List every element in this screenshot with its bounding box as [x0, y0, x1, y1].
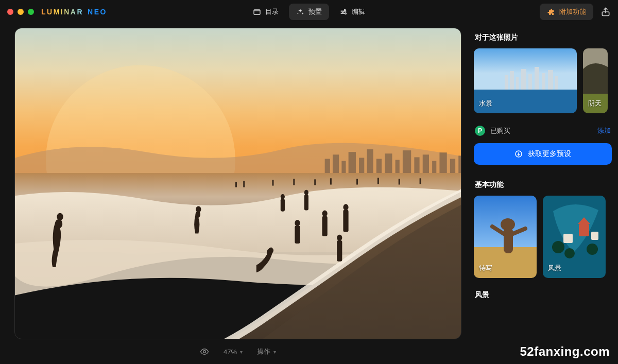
svg-point-1 — [344, 9, 346, 11]
download-icon — [514, 150, 523, 158]
preset-thumb-water[interactable]: 水景 — [474, 48, 577, 113]
svg-point-25 — [196, 206, 201, 212]
svg-rect-9 — [341, 161, 346, 174]
sparkle-icon — [296, 8, 304, 16]
app-logo-main: LUMINAR — [41, 8, 83, 16]
preset-thumb-cloudy[interactable]: 阴天 — [583, 48, 608, 113]
add-link[interactable]: 添加 — [597, 126, 611, 135]
svg-rect-57 — [542, 73, 545, 90]
svg-rect-43 — [330, 178, 332, 184]
puzzle-icon — [547, 8, 555, 16]
cta-label: 获取更多预设 — [528, 149, 571, 159]
window-controls — [7, 9, 34, 15]
svg-rect-55 — [528, 74, 532, 90]
svg-point-30 — [295, 220, 300, 226]
svg-rect-20 — [439, 152, 447, 174]
svg-point-26 — [281, 194, 285, 199]
svg-rect-31 — [295, 226, 300, 244]
svg-point-24 — [57, 213, 63, 220]
addons-label: 附加功能 — [559, 7, 586, 16]
svg-rect-33 — [322, 216, 328, 236]
svg-point-32 — [322, 211, 328, 217]
fullscreen-window-button[interactable] — [28, 9, 34, 15]
svg-rect-66 — [504, 228, 513, 253]
basic-thumbs: 特写 风景 — [474, 196, 612, 278]
visibility-toggle[interactable] — [200, 347, 209, 356]
svg-point-2 — [342, 11, 344, 13]
svg-rect-71 — [591, 232, 598, 240]
preset-thumb-label: 特写 — [479, 264, 492, 273]
main-area: 47% ▾ 操作 ▾ 对于这张照片 水景 阴天 — [0, 24, 618, 364]
svg-rect-12 — [367, 149, 373, 174]
svg-rect-56 — [535, 67, 539, 90]
nav-presets-label: 预置 — [308, 7, 322, 16]
preset-thumb-landscape[interactable]: 风景 — [543, 196, 606, 278]
preset-thumb-closeup[interactable]: 特写 — [474, 196, 537, 278]
svg-rect-40 — [272, 180, 273, 185]
photo-canvas[interactable] — [14, 28, 461, 339]
svg-point-48 — [203, 351, 206, 353]
minimize-window-button[interactable] — [18, 9, 24, 15]
svg-rect-70 — [563, 234, 573, 243]
purchased-row: P 已购买 添加 — [474, 124, 612, 143]
nav-presets[interactable]: 预置 — [289, 4, 329, 20]
preset-thumb-label: 水景 — [479, 99, 492, 108]
svg-rect-46 — [399, 179, 400, 184]
presets-sidebar: 对于这张照片 水景 阴天 P 已购买 添加 获取更多预设 基本功能 — [474, 28, 618, 364]
share-icon — [600, 7, 611, 17]
svg-rect-22 — [458, 155, 461, 174]
main-nav: 目录 预置 编辑 — [246, 0, 372, 24]
nav-edit[interactable]: 编辑 — [332, 4, 372, 20]
svg-rect-10 — [349, 152, 356, 174]
zoom-control[interactable]: 47% ▾ — [224, 348, 243, 356]
for-this-photo-thumbs: 水景 阴天 — [474, 48, 612, 113]
svg-rect-19 — [432, 161, 436, 174]
for-this-photo-title: 对于这张照片 — [474, 30, 612, 48]
svg-rect-18 — [423, 154, 429, 174]
svg-point-73 — [564, 248, 575, 258]
svg-rect-15 — [396, 160, 400, 174]
title-bar: LUMINAR NEO 目录 预置 编辑 附加功能 — [0, 0, 618, 24]
svg-rect-16 — [403, 150, 411, 174]
svg-rect-27 — [281, 199, 285, 212]
svg-rect-8 — [333, 154, 339, 174]
svg-rect-21 — [450, 159, 455, 174]
chevron-down-icon: ▾ — [240, 349, 243, 355]
landscape-title: 风景 — [474, 288, 612, 306]
get-more-presets-button[interactable]: 获取更多预设 — [474, 143, 612, 165]
svg-rect-17 — [414, 157, 419, 174]
share-button[interactable] — [600, 7, 611, 17]
close-window-button[interactable] — [7, 9, 13, 15]
chevron-down-icon: ▾ — [273, 349, 276, 355]
svg-rect-29 — [304, 195, 308, 211]
basic-title: 基本功能 — [474, 177, 612, 196]
preset-thumb-label: 阴天 — [588, 99, 602, 108]
svg-point-28 — [304, 190, 308, 195]
svg-rect-45 — [377, 178, 379, 184]
canvas-column: 47% ▾ 操作 ▾ — [0, 28, 474, 364]
canvas-footer: 47% ▾ 操作 ▾ — [14, 339, 461, 364]
svg-point-74 — [587, 244, 598, 255]
svg-point-72 — [552, 241, 564, 253]
svg-rect-42 — [314, 179, 316, 185]
svg-rect-51 — [505, 75, 508, 90]
app-logo-sub: NEO — [88, 8, 107, 16]
svg-point-36 — [337, 235, 342, 241]
svg-rect-7 — [325, 159, 330, 174]
nav-catalog[interactable]: 目录 — [246, 4, 286, 20]
svg-rect-14 — [385, 153, 392, 174]
purchased-badge-icon: P — [475, 126, 485, 136]
svg-rect-44 — [356, 179, 358, 184]
svg-rect-53 — [516, 77, 519, 90]
svg-rect-39 — [243, 181, 245, 187]
svg-rect-13 — [376, 159, 382, 174]
addons-button[interactable]: 附加功能 — [540, 4, 593, 20]
svg-rect-35 — [343, 210, 348, 232]
watermark-text: 52fanxing.com — [520, 344, 610, 359]
svg-rect-52 — [510, 71, 514, 90]
svg-rect-11 — [359, 158, 364, 174]
actions-menu[interactable]: 操作 ▾ — [257, 347, 276, 356]
photo-image — [15, 28, 461, 339]
svg-rect-37 — [337, 240, 342, 262]
svg-point-34 — [343, 204, 348, 210]
